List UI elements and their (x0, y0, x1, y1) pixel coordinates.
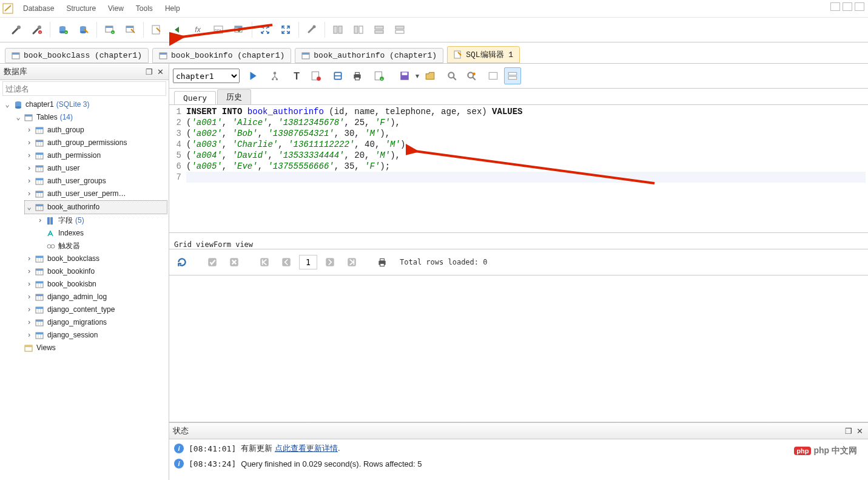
clear-button[interactable] (308, 67, 325, 84)
prev-page-button[interactable] (277, 253, 295, 271)
rollback-button[interactable] (225, 253, 243, 271)
open-button[interactable] (422, 67, 439, 84)
expand-icon[interactable]: › (25, 329, 33, 342)
results-grid[interactable] (169, 275, 868, 422)
tab-label: book_authorinfo (chapter1) (314, 51, 437, 60)
fit-window-button[interactable] (256, 21, 274, 39)
filter-input[interactable] (2, 81, 166, 96)
edit-table-button[interactable] (121, 21, 140, 39)
new-db-button[interactable]: + (54, 21, 72, 39)
menu-structure[interactable]: Structure (60, 3, 102, 14)
table-row[interactable]: ⌄ book_authorinfo (24, 200, 167, 214)
refresh-button[interactable] (173, 253, 191, 271)
expand-icon[interactable]: › (25, 278, 33, 291)
expand-icon[interactable]: › (25, 162, 33, 175)
expand-icon[interactable]: › (25, 149, 33, 162)
status-link[interactable]: 点此查看更新详情 (275, 444, 338, 453)
open-sql-editor-button[interactable] (147, 21, 166, 39)
tab-query[interactable]: Query (174, 91, 216, 104)
undock-icon[interactable]: ❐ (844, 426, 853, 436)
tab-book-bookclass[interactable]: book_bookclass (chapter1) (5, 48, 149, 63)
window-min-icon[interactable] (830, 2, 840, 11)
explain-query-button[interactable] (266, 67, 283, 84)
table-row[interactable]: › django_content_type (24, 303, 167, 316)
database-tree[interactable]: ⌄ chapter1 (SQLite 3) ⌄ Tables (14) (0, 97, 169, 480)
undock-icon[interactable]: ❐ (144, 67, 154, 76)
table-row[interactable]: › book_bookclass (24, 252, 167, 265)
connect-db-button[interactable] (7, 21, 25, 39)
layout-2-button[interactable] (349, 21, 368, 39)
go-back-button[interactable] (168, 21, 186, 39)
expand-icon[interactable]: › (25, 303, 33, 316)
table-row[interactable]: › book_bookinfo (24, 265, 167, 278)
table-row[interactable]: › auth_permission (24, 149, 167, 162)
table-row[interactable]: › auth_user_user_perm… (24, 188, 167, 200)
sql-editor[interactable]: 1234567 INSERT INTO book_authorinfo (id,… (169, 105, 868, 233)
menu-view[interactable]: View (102, 3, 130, 14)
expand-icon[interactable]: › (25, 252, 33, 265)
layout-1-button[interactable] (329, 21, 347, 39)
table-row[interactable]: › django_admin_log (24, 291, 167, 303)
expand-icon[interactable]: › (25, 175, 33, 188)
close-pane-icon[interactable]: ✕ (155, 67, 165, 76)
layout-4-button[interactable] (391, 21, 409, 39)
menu-tools[interactable]: Tools (130, 3, 159, 14)
tab-grid-view[interactable]: Grid view (174, 240, 214, 249)
sql-code[interactable]: INSERT INTO book_authorinfo (id, name, t… (184, 105, 868, 232)
layout-split-button[interactable] (504, 67, 521, 84)
first-page-button[interactable] (255, 253, 274, 271)
ddl-button[interactable]: DDL (209, 21, 227, 39)
format-sql-button[interactable] (329, 67, 346, 84)
window-max-icon[interactable] (843, 2, 852, 11)
search-button[interactable] (443, 67, 460, 84)
table-row[interactable]: › django_session (24, 329, 167, 342)
expand-icon[interactable]: › (25, 124, 33, 137)
print-results-button[interactable] (373, 253, 391, 271)
new-query-button[interactable]: + (371, 67, 388, 84)
execute-query-button[interactable] (244, 67, 261, 84)
table-row[interactable]: › auth_group (24, 124, 167, 137)
new-table-button[interactable]: + (101, 21, 119, 39)
layout-3-button[interactable] (370, 21, 388, 39)
print-button[interactable] (349, 67, 366, 84)
database-selector[interactable]: chapter1 (173, 69, 240, 83)
import-button[interactable] (230, 21, 248, 39)
expand-icon[interactable]: ⌄ (4, 98, 11, 111)
last-page-button[interactable] (343, 253, 361, 271)
search-settings-button[interactable] (463, 67, 480, 84)
expand-window-button[interactable] (277, 21, 295, 39)
next-page-button[interactable] (321, 253, 339, 271)
tab-book-authorinfo[interactable]: book_authorinfo (chapter1) (295, 48, 443, 63)
expand-icon[interactable]: ⌄ (25, 201, 33, 214)
expand-icon[interactable]: › (25, 316, 33, 329)
tab-form-view[interactable]: Form view (214, 240, 253, 249)
table-row[interactable]: › auth_user (24, 162, 167, 175)
table-row[interactable]: › auth_user_groups (24, 175, 167, 188)
table-row[interactable]: › auth_group_permissions (24, 137, 167, 149)
tab-history[interactable]: 历史 (217, 89, 251, 104)
table-name: django_migrations (47, 316, 107, 329)
expand-icon[interactable]: › (25, 291, 33, 303)
dropdown-icon[interactable]: ▾ (415, 72, 419, 80)
tab-sql-editor[interactable]: SQL编辑器 1 (447, 46, 520, 63)
commit-button[interactable] (203, 253, 221, 271)
menu-database[interactable]: Database (17, 3, 60, 14)
expand-icon[interactable]: › (25, 137, 33, 149)
menu-help[interactable]: Help (159, 3, 186, 14)
settings-button[interactable] (303, 21, 321, 39)
save-button[interactable] (396, 67, 413, 84)
page-number-input[interactable] (299, 255, 317, 269)
text-button[interactable]: T (288, 67, 305, 84)
disconnect-db-button[interactable]: x (28, 21, 46, 39)
close-pane-icon[interactable]: ✕ (855, 426, 864, 436)
table-row[interactable]: › book_bookisbn (24, 278, 167, 291)
expand-icon[interactable]: › (25, 188, 33, 200)
expand-icon[interactable]: ⌄ (15, 111, 22, 124)
expand-icon[interactable]: › (25, 265, 33, 278)
edit-db-button[interactable] (75, 21, 93, 39)
window-close-icon[interactable] (855, 2, 864, 11)
layout-single-button[interactable] (485, 67, 502, 84)
table-row[interactable]: › django_migrations (24, 316, 167, 329)
function-button[interactable]: fx (189, 21, 207, 39)
tab-book-bookinfo[interactable]: book_bookinfo (chapter1) (152, 48, 291, 63)
